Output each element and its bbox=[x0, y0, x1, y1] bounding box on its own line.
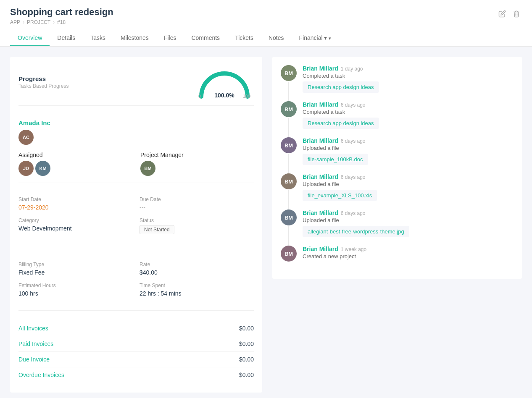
gauge-value: 100.0% bbox=[214, 92, 234, 99]
activity-content-4: Brian Millard 6 days ago Uploaded a file… bbox=[303, 209, 514, 237]
due-date-value: --- bbox=[140, 204, 254, 211]
assigned-group: Assigned JD KM bbox=[18, 152, 132, 176]
activity-action-0: Completed a task bbox=[303, 73, 514, 79]
progress-sublabel: Tasks Based Progress bbox=[18, 83, 68, 89]
category-label: Category bbox=[18, 217, 133, 223]
activity-feed: BM Brian Millard 1 day ago Completed a t… bbox=[281, 65, 514, 262]
activity-action-2: Uploaded a file bbox=[303, 145, 514, 151]
activity-time-5: 1 week ago bbox=[341, 246, 366, 252]
activity-avatar-0: BM bbox=[281, 65, 297, 81]
main-content: Progress Tasks Based Progress 0 bbox=[0, 47, 532, 398]
gauge-min: 0 bbox=[198, 94, 201, 99]
client-name[interactable]: Amada Inc bbox=[18, 119, 254, 126]
rate-value: $40.00 bbox=[140, 269, 254, 276]
activity-item: BM Brian Millard 6 days ago Uploaded a f… bbox=[281, 173, 514, 201]
app-header: Shopping cart redesign APP › PROJECT › #… bbox=[0, 0, 532, 47]
billing-grid: Billing Type Fixed Fee Rate $40.00 Estim… bbox=[18, 255, 254, 304]
activity-item: BM Brian Millard 1 week ago Created a ne… bbox=[281, 246, 514, 262]
breadcrumb-project[interactable]: PROJECT bbox=[27, 19, 50, 25]
assigned-label: Assigned bbox=[18, 152, 43, 158]
hours-item: Estimated Hours 100 hrs bbox=[18, 283, 133, 297]
activity-name-3[interactable]: Brian Millard bbox=[303, 173, 338, 180]
activity-avatar-5: BM bbox=[281, 246, 297, 262]
activity-avatar-3: BM bbox=[281, 173, 297, 189]
right-panel: BM Brian Millard 1 day ago Completed a t… bbox=[272, 57, 522, 393]
header-actions bbox=[497, 8, 522, 21]
meta-grid: Start Date 07-29-2020 Due Date --- Categ… bbox=[18, 190, 254, 241]
tab-notes[interactable]: Notes bbox=[261, 30, 292, 46]
billing-type-value: Fixed Fee bbox=[18, 269, 133, 276]
activity-attachment[interactable]: file_example_XLS_100.xls bbox=[303, 190, 377, 201]
invoice-row: Overdue Invoices $0.00 bbox=[18, 367, 254, 382]
edit-button[interactable] bbox=[497, 8, 508, 21]
activity-time-0: 1 day ago bbox=[341, 66, 363, 72]
breadcrumb-app[interactable]: APP bbox=[10, 19, 20, 25]
activity-action-4: Uploaded a file bbox=[303, 217, 514, 223]
activity-attachment[interactable]: allegiant-best-free-wordpress-theme.jpg bbox=[303, 226, 409, 237]
activity-header-2: Brian Millard 6 days ago bbox=[303, 137, 514, 144]
status-badge: Not Started bbox=[140, 225, 254, 234]
status-item: Status Not Started bbox=[140, 217, 254, 234]
assigned-section: Assigned JD KM Project Manager BM bbox=[18, 148, 254, 176]
invoice-label-1[interactable]: Paid Invoices bbox=[18, 340, 53, 347]
tab-financial[interactable]: Financial ▾ bbox=[292, 30, 339, 46]
activity-content-0: Brian Millard 1 day ago Completed a task… bbox=[303, 65, 514, 93]
progress-title: Progress bbox=[18, 75, 68, 82]
activity-attachment[interactable]: Research app design ideas bbox=[303, 81, 379, 93]
activity-header-1: Brian Millard 6 days ago bbox=[303, 101, 514, 108]
rate-item: Rate $40.00 bbox=[140, 262, 254, 276]
activity-action-1: Completed a task bbox=[303, 109, 514, 115]
invoice-label-2[interactable]: Due Invoice bbox=[18, 356, 50, 363]
activity-avatar-1: BM bbox=[281, 101, 297, 117]
project-title: Shopping cart redesign bbox=[10, 7, 522, 18]
tab-tickets[interactable]: Tickets bbox=[227, 30, 261, 46]
activity-time-1: 6 days ago bbox=[341, 102, 366, 108]
activity-item: BM Brian Millard 6 days ago Uploaded a f… bbox=[281, 137, 514, 165]
time-label: Time Spent bbox=[140, 283, 254, 288]
invoice-label-3[interactable]: Overdue Invoices bbox=[18, 372, 64, 378]
invoice-row: Due Invoice $0.00 bbox=[18, 352, 254, 367]
activity-header-3: Brian Millard 6 days ago bbox=[303, 173, 514, 180]
manager-avatars: BM bbox=[140, 161, 254, 176]
hours-label: Estimated Hours bbox=[18, 283, 133, 288]
manager-avatar: BM bbox=[140, 161, 155, 176]
delete-button[interactable] bbox=[511, 8, 522, 21]
manager-group: Project Manager BM bbox=[140, 152, 254, 176]
assigned-avatars: JD KM bbox=[18, 161, 132, 176]
billing-type-label: Billing Type bbox=[18, 262, 133, 267]
activity-item: BM Brian Millard 6 days ago Uploaded a f… bbox=[281, 209, 514, 237]
status-value: Not Started bbox=[140, 225, 174, 234]
activity-time-2: 6 days ago bbox=[341, 138, 366, 144]
gauge-max: 100 bbox=[243, 94, 250, 99]
activity-content-2: Brian Millard 6 days ago Uploaded a file… bbox=[303, 137, 514, 165]
activity-time-3: 6 days ago bbox=[341, 174, 366, 180]
activity-avatar-4: BM bbox=[281, 209, 297, 225]
activity-name-5[interactable]: Brian Millard bbox=[303, 246, 338, 252]
invoice-amount-1: $0.00 bbox=[239, 340, 254, 347]
activity-header-5: Brian Millard 1 week ago bbox=[303, 246, 514, 252]
tab-details[interactable]: Details bbox=[50, 30, 83, 46]
tab-tasks[interactable]: Tasks bbox=[83, 30, 113, 46]
activity-header-4: Brian Millard 6 days ago bbox=[303, 209, 514, 216]
progress-section: Progress Tasks Based Progress 0 bbox=[10, 57, 262, 393]
activity-name-0[interactable]: Brian Millard bbox=[303, 65, 338, 72]
activity-attachment[interactable]: file-sample_100kB.doc bbox=[303, 154, 368, 165]
tab-milestones[interactable]: Milestones bbox=[113, 30, 156, 46]
tab-comments[interactable]: Comments bbox=[184, 30, 227, 46]
activity-item: BM Brian Millard 1 day ago Completed a t… bbox=[281, 65, 514, 93]
invoice-label-0[interactable]: All Invoices bbox=[18, 325, 48, 332]
invoice-list: All Invoices $0.00 Paid Invoices $0.00 D… bbox=[18, 317, 254, 386]
invoice-amount-3: $0.00 bbox=[239, 372, 254, 378]
rate-label: Rate bbox=[140, 262, 254, 267]
activity-name-4[interactable]: Brian Millard bbox=[303, 209, 338, 216]
tab-files[interactable]: Files bbox=[156, 30, 184, 46]
time-item: Time Spent 22 hrs : 54 mins bbox=[140, 283, 254, 297]
activity-name-1[interactable]: Brian Millard bbox=[303, 101, 338, 108]
status-label: Status bbox=[140, 217, 254, 223]
activity-attachment[interactable]: Research app design ideas bbox=[303, 118, 379, 129]
due-date-label: Due Date bbox=[140, 196, 254, 202]
activity-name-2[interactable]: Brian Millard bbox=[303, 137, 338, 144]
tab-overview[interactable]: Overview bbox=[10, 30, 50, 46]
activity-action-5: Created a new project bbox=[303, 253, 514, 259]
activity-content-3: Brian Millard 6 days ago Uploaded a file… bbox=[303, 173, 514, 201]
